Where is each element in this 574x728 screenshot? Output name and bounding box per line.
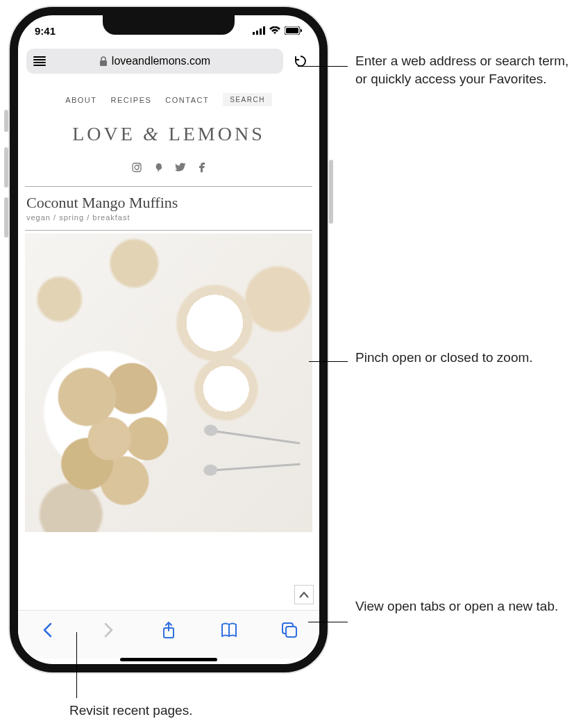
site-nav: ABOUT RECIPES CONTACT SEARCH bbox=[18, 81, 319, 113]
site-brand[interactable]: LOVE & LEMONS bbox=[18, 113, 319, 156]
svg-rect-1 bbox=[256, 31, 258, 35]
svg-rect-8 bbox=[133, 163, 141, 172]
hero-spoon bbox=[215, 431, 301, 445]
hero-muffins bbox=[42, 347, 192, 514]
tabs-icon bbox=[281, 622, 298, 638]
nav-about[interactable]: ABOUT bbox=[65, 96, 96, 104]
leader-line bbox=[309, 361, 348, 362]
home-indicator bbox=[120, 658, 217, 661]
nav-contact[interactable]: CONTACT bbox=[165, 96, 209, 104]
callout-urlbar: Enter a web address or search term, or q… bbox=[355, 52, 571, 88]
bookmarks-button[interactable] bbox=[215, 616, 243, 644]
phone-frame: 9:41 loveandlemons.com ABOUT RECIPES CON… bbox=[10, 7, 328, 672]
brand-ampersand: & bbox=[143, 123, 161, 144]
wifi-icon bbox=[269, 26, 280, 35]
svg-rect-3 bbox=[263, 26, 265, 35]
leader-line bbox=[308, 622, 348, 622]
status-time: 9:41 bbox=[35, 25, 56, 37]
book-icon bbox=[221, 622, 237, 638]
pinterest-icon[interactable] bbox=[154, 163, 162, 172]
tabs-button[interactable] bbox=[276, 616, 303, 644]
battery-icon bbox=[285, 26, 303, 35]
chevron-right-icon bbox=[103, 622, 114, 638]
twitter-icon[interactable] bbox=[175, 163, 186, 172]
url-text: loveandlemons.com bbox=[112, 55, 210, 67]
url-field[interactable]: loveandlemons.com bbox=[26, 49, 283, 74]
share-button[interactable] bbox=[155, 616, 183, 644]
cellular-icon bbox=[253, 26, 265, 35]
share-icon bbox=[162, 621, 176, 639]
recipe-hero-image bbox=[25, 233, 312, 532]
scroll-to-top-button[interactable] bbox=[294, 585, 314, 604]
phone-notch bbox=[103, 15, 235, 35]
brand-text-post: LEMONS bbox=[169, 123, 265, 144]
svg-rect-2 bbox=[260, 28, 262, 35]
divider bbox=[25, 186, 312, 187]
instagram-icon[interactable] bbox=[132, 163, 142, 172]
facebook-icon[interactable] bbox=[199, 163, 205, 172]
svg-rect-0 bbox=[253, 32, 255, 35]
leader-line bbox=[298, 66, 348, 67]
recipe-tags[interactable]: vegan / spring / breakfast bbox=[18, 213, 319, 227]
svg-rect-6 bbox=[301, 29, 302, 32]
back-button[interactable] bbox=[34, 616, 62, 644]
webpage-viewport[interactable]: ABOUT RECIPES CONTACT SEARCH LOVE & LEMO… bbox=[18, 81, 319, 610]
hero-spoon bbox=[214, 463, 301, 472]
svg-rect-7 bbox=[100, 60, 107, 66]
phone-volume-down bbox=[4, 197, 8, 238]
callout-zoom: Pinch open or closed to zoom. bbox=[355, 349, 533, 367]
chevron-left-icon bbox=[42, 622, 53, 638]
nav-recipes[interactable]: RECIPES bbox=[111, 96, 152, 104]
phone-mute-switch bbox=[4, 110, 8, 132]
reader-view-icon[interactable] bbox=[33, 56, 46, 66]
svg-rect-13 bbox=[286, 627, 296, 637]
lock-icon bbox=[99, 56, 108, 66]
status-indicators bbox=[253, 26, 303, 35]
safari-toolbar bbox=[18, 610, 319, 659]
divider bbox=[25, 230, 312, 231]
svg-rect-5 bbox=[286, 28, 298, 33]
forward-button bbox=[94, 616, 122, 644]
social-icons bbox=[18, 156, 319, 183]
url-bar-row: loveandlemons.com bbox=[26, 49, 311, 74]
brand-text-pre: LOVE bbox=[72, 123, 135, 144]
nav-search-button[interactable]: SEARCH bbox=[223, 93, 272, 106]
svg-point-9 bbox=[135, 165, 139, 169]
svg-point-10 bbox=[139, 165, 140, 166]
callout-back: Revisit recent pages. bbox=[69, 702, 192, 720]
phone-volume-up bbox=[4, 147, 8, 188]
leader-line bbox=[76, 632, 77, 698]
chevron-up-icon bbox=[299, 591, 309, 598]
phone-power-button bbox=[329, 160, 333, 224]
callout-tabs: View open tabs or open a new tab. bbox=[355, 597, 558, 615]
recipe-title[interactable]: Coconut Mango Muffins bbox=[18, 190, 319, 213]
refresh-button[interactable] bbox=[290, 51, 311, 72]
